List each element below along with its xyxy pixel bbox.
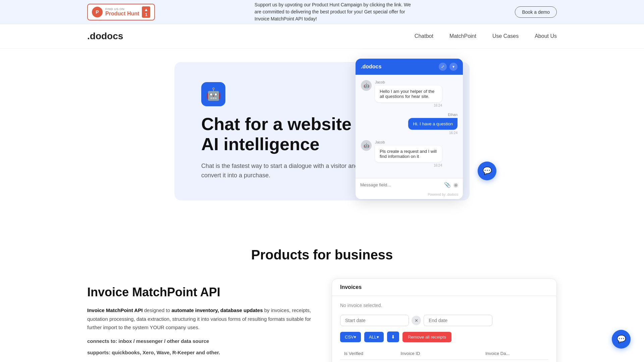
remove-button[interactable]: Remove all receipts — [402, 332, 451, 342]
chat-header-title: .dodocs — [361, 64, 381, 70]
chat-input[interactable] — [360, 182, 441, 187]
chat-message-3: 🤖 Jacob Pls create a request and I will … — [361, 140, 458, 167]
invoice-header: Invoices — [332, 279, 556, 296]
invoice-no-selected: No invoice selected. — [340, 303, 548, 308]
chat-bubble-1: Hello I am your helper of the all questi… — [375, 85, 442, 102]
chat-bubble-wrap-3: Jacob Pls create a request and I will fi… — [375, 140, 442, 167]
product-desc: Invoice MatchPoint API designed to autom… — [87, 306, 312, 332]
product-name: Invoice MatchPoint API — [87, 285, 312, 299]
connects-label: connects to: — [87, 338, 117, 344]
chat-sender-3: Jacob — [375, 140, 442, 144]
hero-icon: 🤖 — [201, 82, 225, 106]
chat-send-icon[interactable]: ◉ — [453, 182, 458, 188]
hero-section: 🤖 Chat for a website with AI intelligenc… — [174, 62, 470, 200]
col-invoice-id: Invoice ID — [396, 348, 481, 360]
invoice-body: No invoice selected. ✕ CSV▾ ALL▾ ⬇ Remov… — [332, 296, 556, 362]
nav-matchpoint[interactable]: MatchPoint — [449, 33, 476, 39]
find-us-label: FIND US ON — [105, 7, 139, 11]
all-button[interactable]: ALL▾ — [364, 332, 384, 342]
invoice-date-row: ✕ — [340, 315, 548, 326]
col-verified: Is Verified — [340, 348, 396, 360]
product-hunt-label: Product Hunt — [105, 11, 139, 17]
chat-body: 🤖 Jacob Hello I am your helper of the al… — [356, 75, 463, 178]
invoice-product-card: Invoice MatchPoint API Invoice MatchPoin… — [87, 279, 557, 362]
product-bullets: matches data (keywords, context) pull da… — [95, 360, 312, 362]
supports-value: quickbooks, Xero, Wave, R-Keeper and oth… — [112, 350, 220, 355]
bullet-1: matches data (keywords, context) — [95, 360, 312, 362]
csv-button[interactable]: CSV▾ — [340, 332, 361, 342]
book-demo-button[interactable]: Book a demo — [515, 6, 557, 18]
product-desc-prefix: Invoice MatchPoint API — [87, 307, 143, 313]
logo[interactable]: .dodocs — [87, 31, 123, 42]
product-desc-middle: designed to — [144, 307, 171, 313]
row1-id: FV/0586/08/24/B — [396, 360, 481, 362]
supports-label: supports: — [87, 350, 110, 355]
chat-input-row[interactable]: 📎 ◉ — [356, 178, 463, 191]
chat-sender-1: Jacob — [375, 80, 442, 84]
nav-about-us[interactable]: About Us — [535, 33, 557, 39]
banner-message: Support us by upvoting our Product Hunt … — [255, 1, 416, 22]
chat-widget: .dodocs ⤢ ▾ 🤖 Jacob H — [356, 59, 463, 199]
chat-time-2: 16:24 — [408, 131, 458, 135]
navbar: .dodocs Chatbot MatchPoint Use Cases Abo… — [0, 24, 644, 49]
chat-time-3: 16:24 — [375, 164, 442, 167]
product-hunt-text: FIND US ON Product Hunt — [105, 7, 139, 17]
table-row: ✔ FV/0586/08/24/B 21/08/202... — [340, 360, 548, 362]
nav-chatbot[interactable]: Chatbot — [415, 33, 433, 39]
hero-subtitle: Chat is the fastest way to start a dialo… — [201, 161, 376, 181]
product-hunt-count: ▲ 1 — [142, 6, 150, 18]
chat-bubble-2: Hi. I have a question — [408, 118, 458, 130]
download-button[interactable]: ⬇ — [387, 331, 399, 342]
chat-avatar-jacob-2: 🤖 — [361, 140, 372, 151]
date-clear-button[interactable]: ✕ — [412, 316, 421, 325]
chat-bubble-icon: 💬 — [483, 167, 492, 175]
page-floating-chat-button[interactable]: 💬 — [612, 330, 631, 349]
chat-widget-header: .dodocs ⤢ ▾ — [356, 59, 463, 75]
hero-floating-chat-button[interactable]: 💬 — [478, 162, 496, 180]
chat-sender-2: Ethan — [408, 113, 458, 117]
chat-time-1: 16:24 — [375, 104, 442, 107]
invoice-table: Is Verified Invoice ID Invoice Da... ✔ F… — [340, 348, 548, 362]
invoice-actions: CSV▾ ALL▾ ⬇ Remove all receipts — [340, 331, 548, 342]
product-desc-bold: automate inventory, database updates — [171, 307, 263, 313]
chat-message-1: 🤖 Jacob Hello I am your helper of the al… — [361, 80, 458, 107]
banner-left: P FIND US ON Product Hunt ▲ 1 — [87, 4, 155, 20]
product-info: Invoice MatchPoint API Invoice MatchPoin… — [87, 279, 312, 362]
chat-collapse-icon[interactable]: ▾ — [449, 63, 458, 71]
products-section: Products for business Invoice MatchPoint… — [0, 227, 644, 362]
chat-bubble-3: Pls create a request and I will find inf… — [375, 145, 442, 162]
invoice-widget: Invoices No invoice selected. ✕ CSV▾ ALL… — [332, 279, 557, 362]
chat-avatar-jacob-1: 🤖 — [361, 80, 372, 91]
nav-use-cases[interactable]: Use Cases — [492, 33, 519, 39]
chat-bubble-wrap-1: Jacob Hello I am your helper of the all … — [375, 80, 442, 107]
product-supports: supports: quickbooks, Xero, Wave, R-Keep… — [87, 349, 312, 357]
end-date-input[interactable] — [424, 315, 492, 326]
product-hunt-badge[interactable]: P FIND US ON Product Hunt ▲ 1 — [87, 4, 155, 20]
chat-bubble-wrap-2: Ethan Hi. I have a question 16:24 — [408, 113, 458, 135]
chat-header-icons: ⤢ ▾ — [439, 63, 458, 71]
chat-footer: Powered by .dodocs — [356, 191, 463, 199]
nav-links: Chatbot MatchPoint Use Cases About Us — [415, 33, 557, 39]
row1-date: 21/08/202... — [481, 360, 548, 362]
chat-message-2: Ethan Hi. I have a question 16:24 — [361, 113, 458, 135]
products-title: Products for business — [87, 247, 557, 262]
connects-value: inbox / messenger / other data source — [118, 338, 209, 344]
chat-attach-icon[interactable]: 📎 — [444, 182, 451, 188]
page-chat-icon: 💬 — [617, 335, 626, 344]
product-hunt-icon: P — [92, 7, 103, 17]
top-banner: P FIND US ON Product Hunt ▲ 1 Support us… — [0, 0, 644, 24]
col-date: Invoice Da... — [481, 348, 548, 360]
table-header-row: Is Verified Invoice ID Invoice Da... — [340, 348, 548, 360]
chat-expand-icon[interactable]: ⤢ — [439, 63, 447, 71]
row1-verified: ✔ — [340, 360, 396, 362]
start-date-input[interactable] — [340, 315, 409, 326]
product-connects: connects to: inbox / messenger / other d… — [87, 337, 312, 345]
